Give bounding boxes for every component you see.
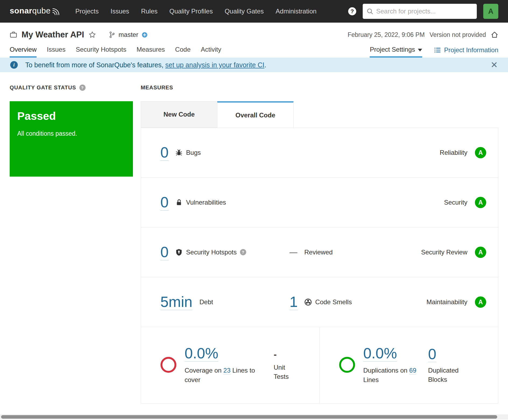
project-settings-label: Project Settings [370, 46, 415, 53]
debt-value-link[interactable]: 5min [160, 294, 192, 310]
tab-new-code[interactable]: New Code [141, 101, 217, 128]
bug-icon [175, 149, 183, 156]
overall-code-panel: 0 [141, 128, 498, 404]
help-icon[interactable]: ? [348, 7, 356, 15]
coverage-caption: Coverage on 23 Lines to cover [185, 366, 265, 385]
overview-content: QUALITY GATE STATUS ? Passed All conditi… [0, 72, 508, 404]
measures-title: MEASURES [141, 84, 498, 91]
coverage-percent-link[interactable]: 0.0% [185, 346, 218, 362]
tab-code[interactable]: Code [175, 46, 190, 58]
lines-to-cover-link[interactable]: 23 [223, 367, 231, 374]
banner-text-prefix: To benefit from more of SonarQube's feat… [25, 61, 165, 69]
measure-row-maintainability: 5min Debt 1 [141, 277, 498, 327]
global-search[interactable] [363, 4, 477, 19]
security-rating-badge[interactable]: A [475, 197, 486, 208]
brand-qube: qube [32, 6, 51, 15]
maintainability-rating-badge[interactable]: A [475, 296, 486, 308]
quality-gate-title: QUALITY GATE STATUS ? [10, 84, 133, 91]
tab-security-hotspots[interactable]: Security Hotspots [76, 46, 126, 58]
tab-measures[interactable]: Measures [136, 46, 165, 58]
nav-item-administration[interactable]: Administration [276, 8, 316, 15]
hotspots-help-icon[interactable]: ? [240, 249, 246, 255]
security-review-label: Security Review [421, 248, 467, 256]
unit-tests-value: - [274, 349, 295, 360]
search-input[interactable] [376, 8, 473, 15]
quality-gate-section: QUALITY GATE STATUS ? Passed All conditi… [10, 84, 133, 177]
duplications-percent-link[interactable]: 0.0% [363, 346, 397, 362]
tab-overall-code[interactable]: Overall Code [217, 101, 294, 128]
horizontal-scrollbar-thumb[interactable] [1, 415, 497, 419]
vulnerabilities-label: Vulnerabilities [186, 199, 226, 206]
measure-row-reliability: 0 [141, 128, 498, 178]
code-smells-label: Code Smells [315, 298, 352, 306]
security-label: Security [444, 199, 467, 206]
bugs-count-link[interactable]: 0 [160, 145, 169, 161]
ci-setup-banner: i To benefit from more of SonarQube's fe… [0, 58, 508, 72]
close-icon[interactable]: ✕ [491, 61, 498, 69]
banner-ci-link[interactable]: set up analysis in your favorite CI [165, 61, 264, 69]
coverage-ring-icon [160, 356, 177, 374]
branch-icon [108, 31, 115, 38]
project-information-label: Project Information [444, 46, 498, 54]
debt-group: 5min Debt [160, 294, 290, 310]
debt-label: Debt [199, 298, 213, 306]
security-review-rating-badge[interactable]: A [475, 247, 486, 258]
tab-activity[interactable]: Activity [201, 46, 221, 58]
duplicated-blocks-count-link[interactable]: 0 [428, 346, 436, 362]
duplications-caption-prefix: Duplications on [363, 367, 409, 374]
hotspots-group: 0 Security Hotspots ? [160, 244, 290, 260]
code-smells-group: 1 Code Smells [290, 294, 352, 310]
global-nav: Projects Issues Rules Quality Profiles Q… [75, 8, 316, 15]
hotspots-reviewed-group: — Reviewed [290, 248, 333, 257]
brand-text: sonarqube [10, 7, 51, 15]
banner-text-suffix: . [264, 61, 266, 69]
coverage-main: 0.0% Coverage on 23 Lines to cover [185, 346, 265, 384]
maintainability-rating-group: Maintainability A [426, 296, 486, 308]
nav-item-quality-gates[interactable]: Quality Gates [225, 8, 264, 15]
nav-item-issues[interactable]: Issues [111, 8, 129, 15]
code-smells-count-link[interactable]: 1 [290, 294, 298, 310]
code-smell-icon [304, 298, 312, 306]
home-icon[interactable] [491, 31, 498, 38]
project-tab-bar: Overview Issues Security Hotspots Measur… [0, 45, 508, 58]
user-avatar[interactable]: A [483, 4, 498, 19]
page-title: My Weather API [22, 30, 84, 40]
nav-item-quality-profiles[interactable]: Quality Profiles [169, 8, 213, 15]
bugs-group: 0 [160, 145, 290, 161]
bugs-label: Bugs [186, 149, 201, 156]
sonarqube-logo[interactable]: sonarqube [10, 7, 61, 16]
reliability-rating-group: Reliability A [440, 147, 486, 158]
duplications-cell: 0.0% Duplications on 69 Lines 0 Duplicat… [319, 327, 498, 403]
project-header: My Weather API master [0, 23, 508, 45]
vulnerability-lock-icon [175, 199, 183, 206]
horizontal-scrollbar-track[interactable] [0, 414, 508, 419]
vulnerabilities-count-link[interactable]: 0 [160, 194, 169, 211]
duplicated-blocks-group: 0 Duplicated Blocks [428, 346, 466, 384]
quality-gate-help-icon[interactable]: ? [79, 85, 86, 91]
duplicated-lines-link[interactable]: 69 [409, 367, 417, 374]
measures-tab-strip: New Code Overall Code [141, 101, 498, 128]
project-settings-dropdown[interactable]: Project Settings [370, 46, 422, 58]
security-rating-group: Security A [444, 197, 486, 208]
sonar-waves-icon [52, 7, 61, 16]
branch-name[interactable]: master [119, 31, 138, 38]
add-branch-icon[interactable] [142, 32, 148, 38]
vulnerabilities-group: 0 Vulnerabilities [160, 194, 290, 211]
maintainability-label: Maintainability [426, 298, 467, 306]
project-information-button[interactable]: Project Information [434, 46, 498, 58]
quality-gate-description: All conditions passed. [17, 130, 125, 137]
nav-item-rules[interactable]: Rules [141, 8, 157, 15]
security-review-rating-group: Security Review A [421, 247, 486, 258]
reliability-rating-badge[interactable]: A [475, 147, 486, 158]
nav-item-projects[interactable]: Projects [75, 8, 99, 15]
quality-gate-title-text: QUALITY GATE STATUS [10, 85, 76, 91]
quality-gate-status-card: Passed All conditions passed. [10, 101, 133, 177]
tab-issues[interactable]: Issues [47, 46, 65, 58]
tab-overview[interactable]: Overview [10, 46, 37, 58]
unit-tests-group: - Unit Tests [274, 349, 295, 381]
hotspots-count-link[interactable]: 0 [160, 244, 169, 260]
search-icon [366, 8, 373, 15]
unit-tests-label: Unit Tests [274, 363, 295, 381]
duplications-ring-icon [338, 356, 356, 374]
favorite-star-icon[interactable] [89, 31, 96, 38]
